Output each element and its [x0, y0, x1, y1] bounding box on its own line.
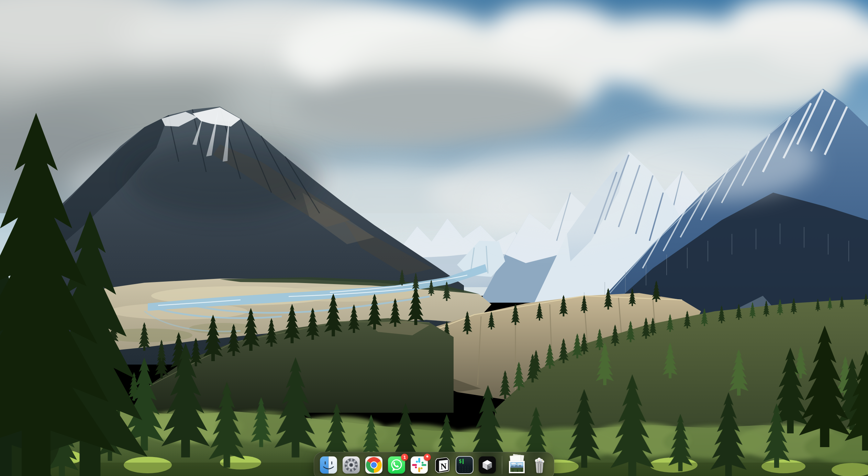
dock: 1 • N $: [314, 452, 554, 476]
terminal-cursor-icon: [463, 459, 464, 464]
chrome-icon: [365, 456, 383, 474]
trash-full-icon: [531, 456, 548, 474]
slack-notification-badge: •: [424, 454, 431, 461]
terminal-dot-grid: [458, 466, 471, 472]
dock-item-terminal[interactable]: $: [456, 456, 474, 474]
dock-item-chrome[interactable]: [365, 456, 383, 474]
screenshot-thumbnail: [509, 461, 525, 473]
terminal-prompt: $: [459, 458, 464, 464]
dock-item-slack[interactable]: •: [410, 456, 428, 474]
dock-item-finder[interactable]: [320, 456, 337, 474]
notion-icon: N: [433, 456, 451, 474]
dock-item-trash[interactable]: [531, 456, 548, 474]
wallpaper-mountain-landscape: [0, 0, 868, 476]
finder-icon: [320, 456, 337, 474]
screenshot-stack-icon: [508, 456, 526, 474]
terminal-icon: $: [456, 456, 474, 474]
whatsapp-notification-badge: 1: [401, 454, 408, 461]
system-settings-icon: [342, 456, 360, 474]
dock-item-cube-app[interactable]: [478, 456, 496, 474]
cube-app-icon: [478, 456, 496, 474]
dock-item-notion[interactable]: N: [433, 456, 451, 474]
dock-item-whatsapp[interactable]: 1: [388, 456, 405, 474]
notion-letter: N: [440, 462, 447, 471]
dock-item-system-settings[interactable]: [342, 456, 360, 474]
desktop: 1 • N $: [0, 0, 868, 476]
dock-item-screenshot-stack[interactable]: [508, 456, 526, 474]
dock-separator: [502, 456, 502, 474]
